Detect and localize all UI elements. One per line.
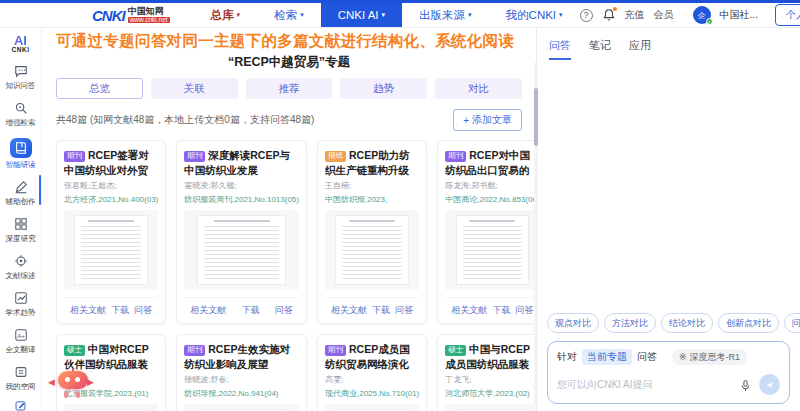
- topic-tab-推荐[interactable]: 推荐: [246, 78, 333, 99]
- sidebar-item-knowledge-qa[interactable]: 知识问答: [2, 60, 40, 95]
- account-name[interactable]: 中国社...: [720, 8, 758, 22]
- add-article-button[interactable]: + 添加文章: [453, 109, 522, 131]
- topic-tab-总览[interactable]: 总览: [56, 78, 143, 99]
- meta-row: 共48篇 (知网文献48篇，本地上传文档0篇，支持问答48篇) + 添加文章: [56, 109, 522, 131]
- card-actions: 相关文献下载问答: [325, 297, 419, 323]
- card-action-下载[interactable]: 下载: [111, 304, 129, 317]
- cnki-logo-site: www.cnki.net: [128, 17, 170, 24]
- nav-menu-cnki-ai[interactable]: CNKI AI▾: [321, 3, 402, 27]
- card-action-问答[interactable]: 问答: [134, 304, 152, 317]
- sidebar-item-deep-research[interactable]: 深度研究: [2, 213, 40, 248]
- topic-title: “RECP中越贸易”专题: [56, 54, 522, 71]
- panel-tab-问答[interactable]: 问答: [549, 38, 571, 60]
- card-action-下载[interactable]: 下载: [492, 304, 510, 317]
- sidebar-item-academic-trends[interactable]: 学术趋势: [2, 287, 40, 322]
- card-title: 期刊深度解读RCEP与中国纺织业发展: [184, 148, 299, 176]
- sidebar-item-trial[interactable]: 试用: [9, 398, 33, 411]
- document-card[interactable]: 报纸RCEP助力纺织生产链重构升级王自楠;中国纺织报,2023,相关文献下载问答: [317, 140, 427, 324]
- personal-login-button[interactable]: 个人登录: [775, 4, 800, 26]
- topic-tab-趋势[interactable]: 趋势: [340, 78, 427, 99]
- main-scrollbar[interactable]: [534, 62, 538, 406]
- target-icon: [13, 254, 28, 269]
- current-topic-chip[interactable]: 当前专题: [582, 349, 632, 365]
- compare-chip-观点对比[interactable]: 观点对比: [547, 313, 599, 333]
- pen-icon: [13, 180, 28, 195]
- nav-menu-publish-sources[interactable]: 出版来源▾: [402, 3, 489, 27]
- card-authors: 张君毅;王超杰;: [64, 180, 158, 190]
- compare-chips-row: 观点对比方法对比结论对比创新点对比问题对比⌄: [547, 313, 790, 333]
- panel-tab-笔记[interactable]: 笔记: [589, 38, 611, 60]
- ai-question-input[interactable]: [557, 379, 732, 390]
- scope-prefix-label: 针对: [557, 350, 577, 364]
- card-authors: 徐晓波;舒春;: [184, 374, 299, 384]
- compare-chip-结论对比[interactable]: 结论对比: [661, 313, 713, 333]
- sidebar-item-assisted-writing[interactable]: 辅助创作: [2, 176, 40, 211]
- plus-icon: +: [463, 115, 469, 126]
- member-link[interactable]: 会员: [654, 8, 674, 22]
- sidebar-item-literature-review[interactable]: 文献综述: [2, 250, 40, 285]
- card-actions: 相关文献下载问答: [445, 297, 539, 323]
- document-card[interactable]: 期刊深度解读RCEP与中国纺织业发展霍晓凌;郭久楹;纺织服装周刊,2021,No…: [176, 140, 307, 324]
- card-actions: 相关文献下载问答: [184, 297, 299, 323]
- sidebar-scroll-indicator: [39, 175, 42, 205]
- grid-icon: [13, 217, 28, 232]
- card-source: 中国商论,2022,No.853(06): [445, 194, 539, 204]
- nav-menu-label: CNKI AI: [338, 9, 379, 21]
- card-action-下载[interactable]: 下载: [372, 304, 390, 317]
- scope-suffix-label: 问答: [637, 350, 657, 364]
- document-card[interactable]: 硕士中国与RCEP成员国纺织品服装贸易效率及…丁龙飞;河北师范大学,2023,(…: [437, 334, 547, 411]
- sidebar-item-smart-reading[interactable]: 智能研读: [2, 134, 40, 174]
- nav-menu-my-cnki[interactable]: 我的CNKI▾: [489, 3, 580, 27]
- mic-icon[interactable]: [739, 378, 752, 391]
- card-source: 现代商业,2025,No.710(01): [325, 388, 419, 398]
- bell-icon[interactable]: [602, 8, 616, 22]
- sidebar-item-full-translation[interactable]: A+全文翻译: [2, 324, 40, 359]
- card-action-问答[interactable]: 问答: [395, 304, 413, 317]
- document-card[interactable]: 期刊RCEP签署对中国纺织业对外贸易的机遇和…张君毅;王超杰;北方经济,2021…: [56, 140, 166, 324]
- nav-menu-search[interactable]: 检索▾: [257, 3, 321, 27]
- avatar[interactable]: 企 ✓: [693, 6, 711, 24]
- sidebar-item-my-space[interactable]: 我的空间: [2, 361, 40, 396]
- document-thumbnail: [325, 210, 419, 290]
- badge-master: 硕士: [64, 345, 85, 357]
- card-action-问答[interactable]: 问答: [275, 304, 293, 317]
- ai-composer[interactable]: 针对 当前专题 问答 ※ 深度思考-R1: [547, 341, 790, 404]
- document-card-grid: 期刊RCEP签署对中国纺织业对外贸易的机遇和…张君毅;王超杰;北方经济,2021…: [56, 140, 522, 411]
- mascot-right-arrow-icon: ▶: [87, 377, 94, 387]
- topic-tab-关联[interactable]: 关联: [151, 78, 238, 99]
- edit-icon: [14, 398, 27, 411]
- card-action-相关文献[interactable]: 相关文献: [451, 304, 487, 317]
- card-action-相关文献[interactable]: 相关文献: [70, 304, 106, 317]
- cnki-ai-page: CNKI 中国知网 www.cnki.net 总库▾检索▾CNKI AI▾出版来…: [0, 0, 800, 411]
- card-action-相关文献[interactable]: 相关文献: [190, 304, 226, 317]
- compare-chip-问题对比[interactable]: 问题对比: [784, 313, 800, 333]
- panel-tab-应用[interactable]: 应用: [629, 38, 651, 60]
- deepthink-icon: ※: [679, 352, 687, 362]
- card-authors: 霍晓凌;郭久楹;: [184, 180, 299, 190]
- send-button[interactable]: [759, 374, 780, 395]
- deepthink-model-chip[interactable]: ※ 深度思考-R1: [672, 349, 747, 365]
- card-action-下载[interactable]: 下载: [242, 304, 260, 317]
- topic-tab-对比[interactable]: 对比: [435, 78, 522, 99]
- document-card[interactable]: 期刊RCEP生效实施对纺织业影响及展望徐晓波;舒春;纺织导报,2022,No.9…: [176, 334, 307, 411]
- sidebar-item-label: 深度研究: [6, 234, 36, 244]
- sidebar-item-label: 增强检索: [6, 118, 36, 128]
- sidebar-item-enhanced-search[interactable]: 增强检索: [2, 97, 40, 132]
- robot-mascot[interactable]: ◀ ▶: [48, 368, 110, 408]
- nav-menu-label: 总库: [211, 8, 234, 23]
- cnki-logo[interactable]: CNKI 中国知网 www.cnki.net: [92, 7, 170, 24]
- nav-right-group: ? 充值 会员 企 ✓ 中国社... 个人登录: [580, 4, 800, 26]
- right-panel-bottom: 观点对比方法对比结论对比创新点对比问题对比⌄ 针对 当前专题 问答 ※ 深度思考…: [547, 313, 790, 404]
- compare-chip-创新点对比[interactable]: 创新点对比: [718, 313, 779, 333]
- nav-menu-zongku[interactable]: 总库▾: [194, 3, 258, 27]
- document-card[interactable]: 期刊RCEP成员国纺织贸易网络演化及结构分析高雯;现代商业,2025,No.71…: [317, 334, 427, 411]
- document-card[interactable]: 期刊RCEP对中国纺织品出口贸易的影响及策略…陈龙海;郑书航;中国商论,2022…: [437, 140, 547, 324]
- help-icon[interactable]: ?: [580, 9, 593, 22]
- recharge-link[interactable]: 充值: [625, 8, 645, 22]
- card-action-问答[interactable]: 问答: [516, 304, 534, 317]
- sidebar-item-label: 智能研读: [6, 160, 36, 170]
- card-action-相关文献[interactable]: 相关文献: [331, 304, 367, 317]
- compare-chip-方法对比[interactable]: 方法对比: [604, 313, 656, 333]
- sidebar-item-label: 文献综述: [6, 271, 36, 281]
- right-panel: 问答笔记应用 观点对比方法对比结论对比创新点对比问题对比⌄ 针对 当前专题 问答…: [536, 28, 800, 411]
